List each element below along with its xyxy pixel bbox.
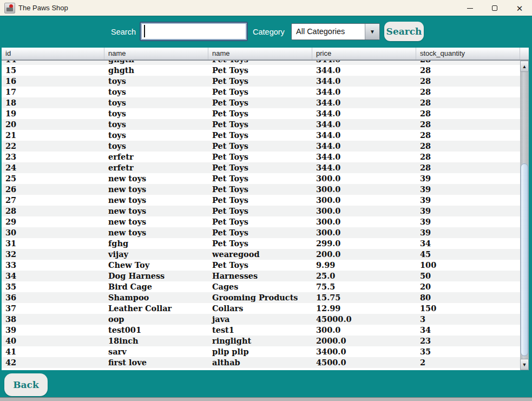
- table-cell: 30: [2, 227, 104, 238]
- table-row[interactable]: 16toysPet Toys344.028: [2, 76, 520, 87]
- table-row[interactable]: 4018inchringlight2000.023: [2, 336, 520, 346]
- table-row[interactable]: 30new toysPet Toys300.039: [2, 227, 520, 238]
- category-dropdown[interactable]: All Categories ▼: [291, 23, 380, 40]
- table-cell: Pet Toys: [208, 97, 312, 108]
- table-cell: 344.0: [312, 76, 416, 87]
- table-row[interactable]: 15ghgthPet Toys344.028: [2, 65, 520, 76]
- table-row[interactable]: 36ShampooGrooming Products15.7580: [2, 292, 520, 303]
- table-cell: Pet Toys: [208, 141, 312, 152]
- table-cell: 344.0: [312, 87, 416, 97]
- scroll-up-button[interactable]: ▲: [520, 61, 529, 72]
- table-row[interactable]: 19toysPet Toys344.028: [2, 108, 520, 119]
- table-cell: new toys: [104, 184, 208, 195]
- table-row[interactable]: 29new toysPet Toys300.039: [2, 216, 520, 227]
- column-header-price[interactable]: price: [312, 48, 416, 60]
- table-cell: 25: [2, 173, 104, 184]
- table-cell: 35: [2, 281, 104, 292]
- table-cell: 28: [416, 97, 520, 108]
- table-row[interactable]: 26new toysPet Toys300.039: [2, 184, 520, 195]
- table-cell: 200.0: [312, 249, 416, 260]
- table-cell: Pet Toys: [208, 227, 312, 238]
- table-cell: 31: [2, 238, 104, 249]
- column-header-category-name[interactable]: name: [208, 48, 312, 60]
- table-cell: 28: [416, 162, 520, 173]
- search-button[interactable]: Search: [384, 22, 424, 41]
- table-cell: Pet Toys: [208, 216, 312, 227]
- scrollbar-thumb[interactable]: [521, 163, 528, 356]
- back-button[interactable]: Back: [4, 373, 48, 396]
- table-row[interactable]: 22toysPet Toys344.028: [2, 141, 520, 152]
- table-row[interactable]: 38oopjava45000.03: [2, 314, 520, 325]
- maximize-button[interactable]: [482, 0, 507, 16]
- table-row[interactable]: 33Chew ToyPet Toys9.99100: [2, 260, 520, 271]
- table-cell: 45: [416, 249, 520, 260]
- minimize-button[interactable]: [457, 0, 482, 16]
- table-row[interactable]: 39test001test1300.034: [2, 325, 520, 336]
- toolbar: Search Category All Categories ▼ Search: [0, 16, 532, 48]
- table-cell: toys: [104, 130, 208, 141]
- table-cell: 4500.0: [312, 357, 416, 368]
- table-cell: 344.0: [312, 97, 416, 108]
- table-row[interactable]: 32vijaywearegood200.045: [2, 249, 520, 260]
- table-cell: Pet Toys: [208, 206, 312, 216]
- table-cell: 299.0: [312, 238, 416, 249]
- table-cell: 22: [2, 141, 104, 152]
- table-cell: Dog Harness: [104, 271, 208, 281]
- column-header-stock-quantity[interactable]: stock_quantity: [416, 48, 520, 60]
- table-cell: 39: [416, 173, 520, 184]
- table-cell: 32: [2, 249, 104, 260]
- table-cell: Pet Toys: [208, 173, 312, 184]
- column-header-filler: [520, 48, 529, 60]
- table-cell: 300.0: [312, 184, 416, 195]
- footer-bar: Back: [0, 370, 532, 397]
- table-cell: toys: [104, 108, 208, 119]
- table-row[interactable]: 42first lovealthab4500.02: [2, 357, 520, 368]
- scroll-down-button[interactable]: ▼: [520, 359, 529, 370]
- table-cell: Shampoo: [104, 292, 208, 303]
- table-cell: 39: [416, 206, 520, 216]
- vertical-scrollbar[interactable]: ▲ ▼: [520, 61, 529, 370]
- table-cell: new toys: [104, 195, 208, 206]
- table-row[interactable]: 35Bird CageCages75.520: [2, 281, 520, 292]
- table-cell: 20: [2, 119, 104, 130]
- table-cell: 28: [416, 61, 520, 65]
- table-row[interactable]: 18toysPet Toys344.028: [2, 97, 520, 108]
- table-cell: 39: [416, 227, 520, 238]
- column-header-name[interactable]: name: [104, 48, 208, 60]
- table-cell: 28: [416, 130, 520, 141]
- table-row[interactable]: 17toysPet Toys344.028: [2, 87, 520, 97]
- table-row[interactable]: 23erfetrPet Toys344.028: [2, 152, 520, 162]
- table-cell: 344.0: [312, 61, 416, 65]
- table-row[interactable]: 27new toysPet Toys300.039: [2, 195, 520, 206]
- table-cell: vijay: [104, 249, 208, 260]
- minimize-icon: [467, 8, 473, 9]
- table-cell: 28: [416, 119, 520, 130]
- table-row[interactable]: 20toysPet Toys344.028: [2, 119, 520, 130]
- table-cell: 38: [2, 314, 104, 325]
- table-cell: Chew Toy: [104, 260, 208, 271]
- table-row[interactable]: 37Leather CollarCollars12.99150: [2, 303, 520, 314]
- dropdown-arrow-button[interactable]: ▼: [365, 24, 379, 40]
- table-row[interactable]: 14ghgthPet Toys344.028: [2, 61, 520, 65]
- table-cell: 80: [416, 292, 520, 303]
- column-header-id[interactable]: id: [2, 48, 104, 60]
- table-cell: oop: [104, 314, 208, 325]
- table-row[interactable]: 25new toysPet Toys300.039: [2, 173, 520, 184]
- table-cell: first love: [104, 357, 208, 368]
- table-row[interactable]: 24erfetrPet Toys344.028: [2, 162, 520, 173]
- table-row[interactable]: 34Dog HarnessHarnesses25.050: [2, 271, 520, 281]
- table-cell: Pet Toys: [208, 61, 312, 65]
- table-cell: 26: [2, 184, 104, 195]
- close-button[interactable]: ✕: [507, 0, 532, 16]
- table-row[interactable]: 31fghgPet Toys299.034: [2, 238, 520, 249]
- table-cell: 28: [416, 76, 520, 87]
- text-caret: [144, 25, 145, 37]
- table-row[interactable]: 28new toysPet Toys300.039: [2, 206, 520, 216]
- table-row[interactable]: 41sarvplip plip3400.035: [2, 346, 520, 357]
- table-cell: Pet Toys: [208, 76, 312, 87]
- table-cell: plip plip: [208, 346, 312, 357]
- category-selected-value: All Categories: [292, 24, 365, 40]
- table-row[interactable]: 21toysPet Toys344.028: [2, 130, 520, 141]
- table-cell: ghgth: [104, 65, 208, 76]
- search-input[interactable]: [140, 22, 248, 41]
